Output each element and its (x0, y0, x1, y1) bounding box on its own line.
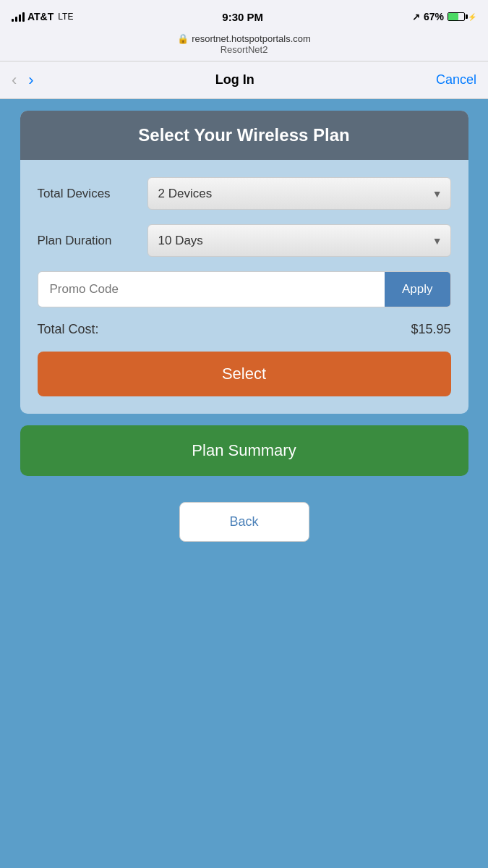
plan-duration-select[interactable]: 1 Day 3 Days 5 Days 7 Days 10 Days 14 Da… (147, 224, 451, 257)
apply-button[interactable]: Apply (385, 272, 450, 307)
cancel-button[interactable]: Cancel (436, 72, 476, 88)
back-button[interactable]: Back (179, 502, 309, 542)
url-display: 🔒 resortnet.hotspotportals.com (12, 33, 476, 44)
forward-arrow-button[interactable]: › (28, 72, 33, 88)
url-text: resortnet.hotspotportals.com (192, 33, 311, 44)
plan-duration-select-wrapper: 1 Day 3 Days 5 Days 7 Days 10 Days 14 Da… (147, 224, 451, 257)
plan-card: Select Your Wireless Plan Total Devices … (20, 111, 468, 414)
total-cost-value: $15.95 (411, 322, 450, 337)
promo-code-row: Apply (38, 271, 451, 307)
battery-icon: ⚡ (448, 12, 476, 21)
back-arrow-button[interactable]: ‹ (12, 72, 17, 88)
network-type-label: LTE (58, 12, 73, 22)
status-left: AT&T LTE (12, 11, 73, 22)
total-cost-row: Total Cost: $15.95 (38, 322, 451, 337)
nav-bar: ‹ › Log In Cancel (0, 61, 488, 99)
card-body: Total Devices 1 Device 2 Devices 3 Devic… (20, 160, 468, 414)
bottom-area: Plan Summary Back (20, 425, 468, 542)
nav-arrows: ‹ › (12, 72, 34, 88)
plan-duration-row: Plan Duration 1 Day 3 Days 5 Days 7 Days… (38, 224, 451, 257)
total-devices-label: Total Devices (38, 187, 139, 201)
main-content: Select Your Wireless Plan Total Devices … (0, 99, 488, 868)
location-icon: ↗ (412, 12, 420, 22)
status-bar: AT&T LTE 9:30 PM ↗ 67% ⚡ (0, 0, 488, 30)
battery-percent-label: 67% (424, 11, 444, 22)
site-name: ResortNet2 (12, 44, 476, 55)
carrier-label: AT&T (27, 11, 53, 22)
url-bar: 🔒 resortnet.hotspotportals.com ResortNet… (0, 30, 488, 61)
select-button[interactable]: Select (38, 352, 451, 396)
charging-icon: ⚡ (468, 13, 476, 21)
card-header: Select Your Wireless Plan (20, 111, 468, 160)
signal-bars-icon (12, 12, 25, 22)
status-time: 9:30 PM (222, 11, 263, 23)
total-devices-row: Total Devices 1 Device 2 Devices 3 Devic… (38, 177, 451, 210)
total-cost-label: Total Cost: (38, 322, 99, 337)
total-devices-select[interactable]: 1 Device 2 Devices 3 Devices 4 Devices 5… (147, 177, 451, 210)
page-title: Log In (215, 72, 254, 88)
card-header-title: Select Your Wireless Plan (138, 125, 349, 145)
promo-code-input[interactable] (38, 272, 385, 307)
plan-duration-label: Plan Duration (38, 234, 139, 248)
lock-icon: 🔒 (177, 33, 189, 44)
total-devices-select-wrapper: 1 Device 2 Devices 3 Devices 4 Devices 5… (147, 177, 451, 210)
status-right: ↗ 67% ⚡ (412, 11, 476, 22)
plan-summary-button[interactable]: Plan Summary (20, 425, 468, 476)
